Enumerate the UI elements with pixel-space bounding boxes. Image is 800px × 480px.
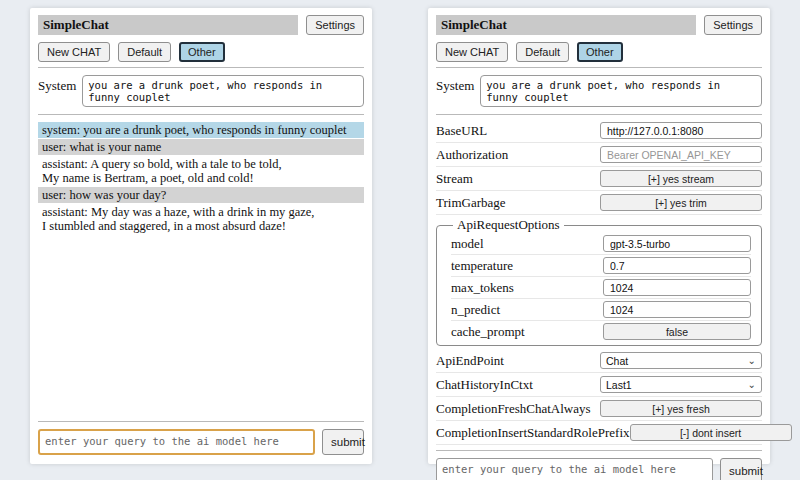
completion-fresh-toggle-button[interactable]: [+] yes fresh [600,400,762,417]
n-predict-label: n_predict [451,302,603,318]
api-endpoint-select[interactable]: Chat ⌄ [600,352,762,369]
divider [38,67,364,68]
temperature-label: temperature [451,258,603,274]
session-button-default[interactable]: Default [118,42,171,62]
chat-messages: system: you are a drunk poet, who respon… [38,122,364,235]
completion-insert-toggle-button[interactable]: [-] dont insert [630,424,792,441]
app-title: SimpleChat [436,15,696,35]
divider [38,114,364,115]
spacer [38,235,364,416]
new-chat-button[interactable]: New CHAT [436,42,508,62]
setting-max-tokens: max_tokens [451,277,751,299]
setting-n-predict: n_predict [451,299,751,321]
setting-temperature: temperature [451,255,751,277]
chat-message-assistant: assistant: A query so bold, with a tale … [38,156,364,186]
chat-message-user: user: what is your name [38,139,364,155]
app-title: SimpleChat [38,15,298,35]
settings-list: BaseURL Authorization Stream [+] yes str… [436,119,762,445]
model-label: model [451,236,603,252]
trimgarbage-label: TrimGarbage [436,195,600,211]
max-tokens-input[interactable] [603,279,751,296]
api-request-options-legend: ApiRequestOptions [453,217,564,233]
divider [436,114,762,115]
setting-api-endpoint: ApiEndPoint Chat ⌄ [436,349,762,373]
system-prompt-input[interactable]: you are a drunk poet, who responds in fu… [480,75,762,107]
cache-prompt-toggle-button[interactable]: false [603,323,751,340]
header-left: SimpleChat Settings [38,15,364,35]
completion-insert-label: CompletionInsertStandardRolePrefix [436,425,630,441]
system-prompt-row-left: System you are a drunk poet, who respond… [38,75,364,107]
chat-message-assistant: assistant: My day was a haze, with a dri… [38,204,364,234]
session-button-other[interactable]: Other [179,42,225,62]
authorization-input[interactable] [600,146,762,163]
chevron-down-icon: ⌄ [748,380,756,390]
completion-fresh-label: CompletionFreshChatAlways [436,401,600,417]
api-endpoint-value: Chat [606,355,628,367]
max-tokens-label: max_tokens [451,280,603,296]
divider [436,67,762,68]
simplechat-app: SimpleChat Settings New CHAT Default Oth… [0,0,800,464]
chat-history-in-ctxt-select[interactable]: Last1 ⌄ [600,376,762,393]
chat-panel: SimpleChat Settings New CHAT Default Oth… [30,8,372,464]
setting-completion-insert-standard-role-prefix: CompletionInsertStandardRolePrefix [-] d… [436,421,762,445]
setting-completion-fresh-chat-always: CompletionFreshChatAlways [+] yes fresh [436,397,762,421]
cache-prompt-label: cache_prompt [451,324,603,340]
submit-button[interactable]: submit [720,458,762,480]
query-input[interactable] [436,458,713,480]
setting-chat-history-in-ctxt: ChatHistoryInCtxt Last1 ⌄ [436,373,762,397]
sessions-row-left: New CHAT Default Other [38,42,364,62]
query-input[interactable] [38,429,315,455]
api-request-options-fieldset: ApiRequestOptions model temperature max_… [436,217,762,346]
session-button-other[interactable]: Other [577,42,623,62]
setting-trimgarbage: TrimGarbage [+] yes trim [436,191,762,215]
sessions-row-right: New CHAT Default Other [436,42,762,62]
new-chat-button[interactable]: New CHAT [38,42,110,62]
header-right: SimpleChat Settings [436,15,762,35]
stream-label: Stream [436,171,600,187]
setting-authorization: Authorization [436,143,762,167]
temperature-input[interactable] [603,257,751,274]
setting-model: model [451,233,751,255]
system-label: System [436,75,474,94]
system-prompt-input[interactable]: you are a drunk poet, who responds in fu… [82,75,364,107]
api-endpoint-label: ApiEndPoint [436,353,600,369]
setting-cache-prompt: cache_prompt false [451,321,751,342]
authorization-label: Authorization [436,147,600,163]
divider [436,450,762,451]
submit-button[interactable]: submit [322,429,364,455]
stream-toggle-button[interactable]: [+] yes stream [600,170,762,187]
system-prompt-row-right: System you are a drunk poet, who respond… [436,75,762,107]
query-row-left: submit [38,429,364,455]
chat-message-user: user: how was your day? [38,187,364,203]
system-label: System [38,75,76,94]
n-predict-input[interactable] [603,301,751,318]
session-button-default[interactable]: Default [516,42,569,62]
settings-panel: SimpleChat Settings New CHAT Default Oth… [428,8,770,464]
chat-history-in-ctxt-label: ChatHistoryInCtxt [436,377,600,393]
baseurl-label: BaseURL [436,123,600,139]
query-row-right: submit [436,458,762,480]
settings-button[interactable]: Settings [306,15,364,35]
trimgarbage-toggle-button[interactable]: [+] yes trim [600,194,762,211]
baseurl-input[interactable] [600,122,762,139]
settings-button[interactable]: Settings [704,15,762,35]
setting-stream: Stream [+] yes stream [436,167,762,191]
chat-history-in-ctxt-value: Last1 [606,379,632,391]
setting-baseurl: BaseURL [436,119,762,143]
model-input[interactable] [603,235,751,252]
chat-message-system: system: you are a drunk poet, who respon… [38,122,364,138]
divider [38,421,364,422]
chevron-down-icon: ⌄ [748,356,756,366]
